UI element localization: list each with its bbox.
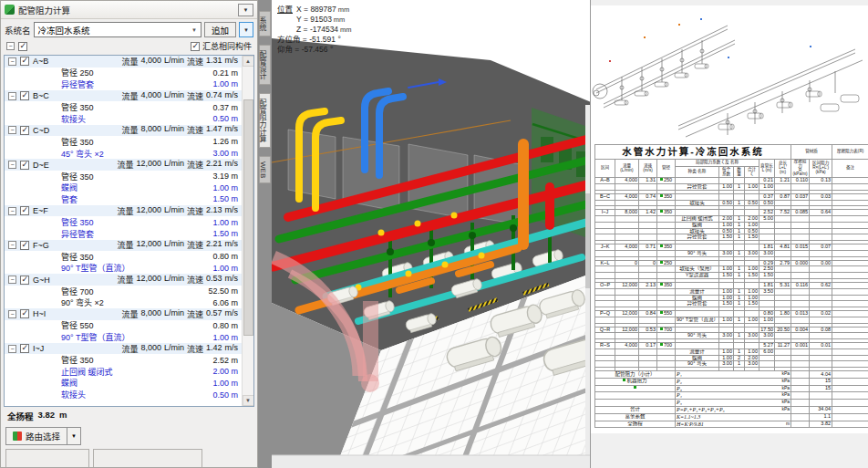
segment-group-row[interactable]: −I~J流量8,000L/min流速1.42m/s [5,343,242,355]
segment-item-row[interactable]: 管径 3501.00 m [5,216,242,228]
segment-checkbox[interactable] [20,91,29,100]
route-dropdown-button[interactable]: ▼ [67,427,81,445]
table-fitting-row: 90° 弯头3.0013.003.00 [595,333,868,339]
collapse-icon[interactable]: − [8,92,16,100]
pipe-calc-icon [5,5,15,15]
table-row: R~S4,0000.177005.2711.270.0010.01 [595,343,868,349]
collapse-icon[interactable]: − [8,57,16,66]
segment-item-row[interactable]: 蝶阀1.00 m [5,378,242,390]
segment-stats: 流量12,000L/min流速2.13m/s [117,205,242,217]
segment-group-row[interactable]: −C~D流量8,000L/min流速1.47m/s [5,125,242,137]
total-head-value: 3.82 [38,410,56,422]
table-row: O~P12,0002.133501.815.310.1160.62 [595,282,868,288]
segment-checkbox[interactable] [20,57,29,66]
segment-item-row[interactable]: 蝶阀1.00 m [5,182,242,194]
segment-item-row[interactable]: 异径管套1.00 m [5,78,242,90]
panel-menu-button[interactable]: ▼ [238,4,253,16]
segment-checkbox[interactable] [20,344,29,353]
segment-list[interactable]: −A~B流量4,000L/min流速1.31m/s管径 2500.21 m异径管… [4,55,254,407]
collapse-icon[interactable]: − [8,161,16,169]
list-scrollbar[interactable]: ▲ ▼ [242,56,253,406]
segment-checkbox[interactable] [20,126,29,135]
segment-id: G~H [33,276,67,285]
table-row: K~L002500.292.790.0000.00 [595,260,868,266]
segment-stats: 流量12,000L/min流速2.21m/s [117,159,242,171]
segment-stats: 流量8,000L/min流速1.47m/s [121,124,242,136]
panel-titlebar: 配管阻力计算 ▼ [1,1,257,19]
panel-tab-系统[interactable]: 系统 [259,11,271,36]
collapse-icon[interactable]: − [8,241,16,249]
segment-stats: 流量4,000L/min流速0.74m/s [121,90,242,102]
summary-row: 配管阻力（小计）P₁kPa4.04 [595,371,868,379]
panel-tab-配管设计[interactable]: 配管设计 [259,45,271,85]
viewport-3d[interactable]: 位置X = 889787mmY = 91503mmZ = -174534mm方位… [272,0,591,468]
summary-row: 合计P=P₁+P₂+P₃+P₄+P₅kPa34.04 [595,406,868,413]
segment-item-row[interactable]: 管径 3503.19 m [5,171,242,182]
segment-group-row[interactable]: −D~E流量12,000L/min流速2.21m/s [5,159,242,171]
collapse-icon[interactable]: − [8,276,16,284]
check-all-checkbox[interactable] [18,42,27,51]
segment-checkbox[interactable] [20,241,29,250]
segment-item-row[interactable]: 45° 弯头 ×23.00 m [5,148,242,160]
panel-tab-配管阻力计算[interactable]: 配管阻力计算× [259,93,271,148]
scroll-down-icon[interactable]: ▼ [243,395,254,406]
drawing-view[interactable]: 水管水力计算-冷冻回水系统管材质摩擦阻力表(R)区间流量 (L/min)流速 (… [591,0,868,468]
add-button[interactable]: 追加 [204,22,236,37]
collapse-icon[interactable]: − [8,310,16,318]
segment-item-row[interactable]: 管径 3502.52 m [5,354,242,366]
drawing-paper: 水管水力计算-冷冻回水系统管材质摩擦阻力表(R)区间流量 (L/min)流速 (… [591,5,868,433]
segment-checkbox[interactable] [20,276,29,285]
table-fitting-row: 蝶阀1.0011.00 [595,222,868,228]
route-icon [13,432,22,441]
panel-tab-WEB[interactable]: WEB [259,156,271,183]
segment-group-row[interactable]: −B~C流量4,000L/min流速0.74m/s [5,90,242,102]
segment-item-row[interactable]: 软接头0.50 m [5,113,242,125]
segment-group-row[interactable]: −A~B流量4,000L/min流速1.31m/s [5,56,242,68]
position-label: 位置 [277,5,293,14]
segment-checkbox[interactable] [20,309,29,318]
table-fitting-row: 止回阀 缓闭式2.0012.005.00 [595,216,868,223]
segment-stats: 流量8,000L/min流速0.57m/s [121,308,242,320]
segment-item-row[interactable]: 90° T型管（直流）1.00 m [5,263,242,275]
app-window: 配管阻力计算 ▼ 系统名 冷冻回水系统 ▼ 追加 ▼ − 汇总相同构件 −A~B… [0,0,868,468]
segment-item-row[interactable]: 止回阀 缓闭式2.00 m [5,366,242,378]
segment-checkbox[interactable] [20,161,29,170]
segment-item-row[interactable]: 管径 3501.26 m [5,136,242,148]
table-row: P~Q12,0000.845500.801.800.0130.02 [595,311,868,317]
segment-item-row[interactable]: 管径 3500.80 m [5,251,242,263]
segment-item-row[interactable]: 异径管套1.50 m [5,228,242,240]
partial-button[interactable] [93,449,202,467]
chevron-down-icon: ▼ [191,27,197,33]
collapse-icon[interactable]: − [8,345,16,353]
segment-item-row[interactable]: 管径 70052.50 m [5,286,242,297]
segment-group-row[interactable]: −G~H流量12,000L/min流速0.53m/s [5,274,242,286]
scroll-thumb[interactable] [243,99,253,336]
scroll-up-icon[interactable]: ▲ [243,56,254,67]
route-select-button[interactable]: 路由选择 [5,427,67,445]
segment-item-row[interactable]: 管套1.50 m [5,193,242,205]
segment-item-row[interactable]: 管径 2500.21 m [5,68,242,79]
scene-3d [272,0,591,468]
segment-group-row[interactable]: −H~I流量8,000L/min流速0.57m/s [5,308,242,320]
segment-stats: 流量8,000L/min流速1.42m/s [121,343,242,355]
list-toolbar: − 汇总相同构件 [1,39,257,55]
segment-item-row[interactable]: 管径 3500.37 m [5,101,242,113]
collapse-icon[interactable]: − [8,207,16,215]
summarize-checkbox[interactable] [191,42,200,51]
collapse-icon[interactable]: − [8,126,16,134]
segment-item-row[interactable]: 管径 5500.80 m [5,320,242,332]
collapse-all-button[interactable]: − [6,42,15,50]
segment-item-row[interactable]: 90° T型管（直流）1.00 m [5,331,242,343]
partial-button[interactable] [5,449,89,467]
segment-group-row[interactable]: −E~F流量12,000L/min流速2.13m/s [5,205,242,217]
add-dropdown-button[interactable]: ▼ [239,22,253,37]
table-fitting-row: 蝶阀1.0022.00 [595,355,868,361]
segment-item-row[interactable]: 软接头0.50 m [5,389,242,400]
table-fitting-row: 异径管套1.0011.001.00 [595,184,868,191]
segment-item-row[interactable]: 90° 弯头 ×26.06 m [5,296,242,308]
table-row: J~K4,0000.713501.814.810.0150.07 [595,244,868,251]
table-fitting-row: 软接头0.5010.50 [595,228,868,234]
segment-checkbox[interactable] [20,206,29,215]
segment-group-row[interactable]: −F~G流量12,000L/min流速2.21m/s [5,240,242,252]
system-select[interactable]: 冷冻回水系统 ▼ [34,22,202,37]
